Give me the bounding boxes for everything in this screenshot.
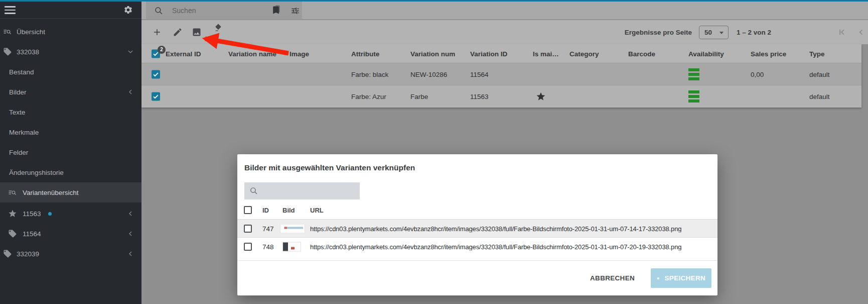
pagination-bar: Ergebnisse pro Seite 50 1 – 2 von 2	[625, 20, 868, 44]
eraser-icon[interactable]	[213, 23, 223, 33]
add-variation-button[interactable]	[152, 27, 162, 37]
col-sales-price[interactable]: Sales price	[751, 50, 786, 57]
col-is-main[interactable]: Is mai…	[533, 50, 559, 57]
first-page-button[interactable]	[837, 28, 846, 37]
sidebar-item-variantenuebersicht[interactable]: Variantenübersicht	[0, 182, 141, 202]
tag-icon	[8, 229, 17, 238]
cancel-button[interactable]: ABBRECHEN	[587, 269, 638, 287]
overview-search-icon	[3, 27, 12, 36]
page-range-label: 1 – 2 von 2	[737, 29, 771, 36]
sidebar-item-bilder[interactable]: Bilder	[0, 82, 141, 102]
image-id: 747	[262, 225, 274, 232]
sidebar-item-label: Änderungshistorie	[9, 169, 64, 176]
sidebar-item-label: Bilder	[9, 88, 27, 96]
tag-icon	[3, 249, 12, 258]
search-icon	[249, 186, 258, 195]
dialog-row-checkbox[interactable]	[244, 243, 252, 251]
sidebar-item-label: Variantenübersicht	[23, 189, 79, 196]
previous-page-button[interactable]	[856, 28, 865, 37]
dialog-search-input[interactable]	[261, 185, 354, 197]
sidebar-item-label: Übersicht	[17, 28, 45, 36]
search-bar-row	[141, 2, 868, 20]
col-barcode[interactable]: Barcode	[628, 50, 655, 57]
sidebar-item-felder[interactable]: Felder	[0, 142, 141, 162]
sidebar-item-merkmale[interactable]: Merkmale	[0, 122, 141, 142]
bookmark-icon[interactable]	[271, 5, 281, 16]
cell-variation-num: NEW-10286	[410, 70, 447, 78]
image-thumbnail	[282, 242, 301, 252]
sidebar: Übersicht 332038 Bestand Bilder Texte Me…	[0, 2, 141, 304]
sidebar-item-label: 332038	[17, 48, 39, 56]
search-input[interactable]	[171, 5, 261, 17]
cell-variation-num: Farbe	[410, 93, 428, 100]
star-icon	[8, 209, 17, 218]
cell-type: default	[809, 93, 830, 100]
col-image[interactable]: Image	[290, 50, 309, 57]
image-url: https://cdn03.plentymarkets.com/4evbzanz…	[310, 243, 681, 251]
dialog-select-all-checkbox[interactable]	[244, 206, 252, 214]
row-checkbox[interactable]	[152, 92, 160, 101]
row-checkbox[interactable]	[152, 70, 160, 78]
variations-table: 2 External ID Variation name Image Attri…	[141, 44, 861, 108]
dialog-title: Bilder mit ausgewählten Varianten verknü…	[244, 163, 415, 172]
dialog-row-checkbox[interactable]	[244, 225, 252, 233]
dialog-image-table: ID Bild URL 747 https://cdn03.plentymark…	[237, 200, 717, 256]
edit-pencil-button[interactable]	[173, 27, 183, 37]
filter-tune-icon[interactable]	[291, 6, 300, 16]
cell-variation-id: 11563	[470, 93, 489, 100]
sidebar-item-aenderungshistorie[interactable]: Änderungshistorie	[0, 162, 141, 182]
save-button[interactable]: SPEICHERN	[651, 268, 711, 288]
cell-attribute: Farbe: Azur	[351, 93, 386, 100]
menu-hamburger-icon[interactable]	[5, 6, 16, 14]
col-variation-num[interactable]: Variation num	[410, 50, 455, 57]
sidebar-item-label: Bestand	[9, 68, 34, 76]
dialog-image-row[interactable]: 748 https://cdn03.plentymarkets.com/4evb…	[237, 238, 717, 256]
sidebar-item-label: 11563	[23, 210, 41, 218]
sidebar-item-uebersicht[interactable]: Übersicht	[0, 22, 141, 42]
sidebar-item-label: Felder	[9, 149, 28, 156]
save-button-label: SPEICHERN	[665, 274, 705, 282]
sidebar-item-label: 11564	[23, 230, 41, 238]
cell-type: default	[809, 70, 830, 78]
sidebar-item-label: Texte	[9, 109, 25, 116]
col-attribute[interactable]: Attribute	[351, 50, 379, 57]
link-images-dialog: Bilder mit ausgewählten Varianten verknü…	[237, 154, 717, 295]
dialog-footer: ABBRECHEN SPEICHERN	[237, 260, 717, 295]
table-header-row: 2 External ID Variation name Image Attri…	[141, 44, 861, 63]
sidebar-item-332038[interactable]: 332038	[0, 42, 141, 62]
page-size-value: 50	[704, 29, 712, 36]
page-size-select[interactable]: 50	[699, 26, 729, 39]
chevron-left-icon	[126, 230, 134, 238]
variant-search-icon	[8, 188, 17, 197]
cell-variation-id: 11564	[470, 70, 489, 78]
sidebar-item-bestand[interactable]: Bestand	[0, 62, 141, 82]
search-icon	[154, 6, 163, 15]
col-availability[interactable]: Availability	[688, 50, 724, 57]
col-category[interactable]: Category	[569, 50, 599, 57]
cell-attribute: Farbe: black	[351, 70, 388, 78]
col-variation-id[interactable]: Variation ID	[470, 50, 507, 57]
sidebar-item-11563[interactable]: 11563	[0, 204, 141, 224]
table-row[interactable]: Farbe: Azur Farbe 11563 default	[141, 85, 861, 108]
image-id: 748	[262, 243, 274, 251]
unsaved-changes-dot	[48, 212, 52, 216]
gear-icon[interactable]	[123, 5, 133, 15]
sidebar-item-11564[interactable]: 11564	[0, 224, 141, 244]
sidebar-header	[0, 2, 141, 19]
link-images-button[interactable]	[192, 27, 202, 37]
dialog-table-header: ID Bild URL	[237, 200, 717, 220]
is-main-star-icon	[536, 91, 546, 102]
select-caret-icon	[719, 32, 724, 34]
chevron-left-icon	[126, 250, 134, 258]
availability-green-icon	[688, 90, 699, 103]
col-external-id[interactable]: External ID	[166, 50, 201, 57]
search-box	[146, 2, 302, 20]
dialog-image-row[interactable]: 747 https://cdn03.plentymarkets.com/4evb…	[237, 220, 717, 238]
cell-sales-price: 0,00	[751, 70, 764, 78]
sidebar-item-332039[interactable]: 332039	[0, 244, 141, 264]
table-row[interactable]: Farbe: black NEW-10286 11564 0,00 defaul…	[141, 63, 861, 85]
col-type[interactable]: Type	[809, 50, 825, 57]
selected-count-badge: 2	[158, 46, 166, 54]
sidebar-item-texte[interactable]: Texte	[0, 102, 141, 122]
col-variation-name[interactable]: Variation name	[228, 50, 276, 57]
